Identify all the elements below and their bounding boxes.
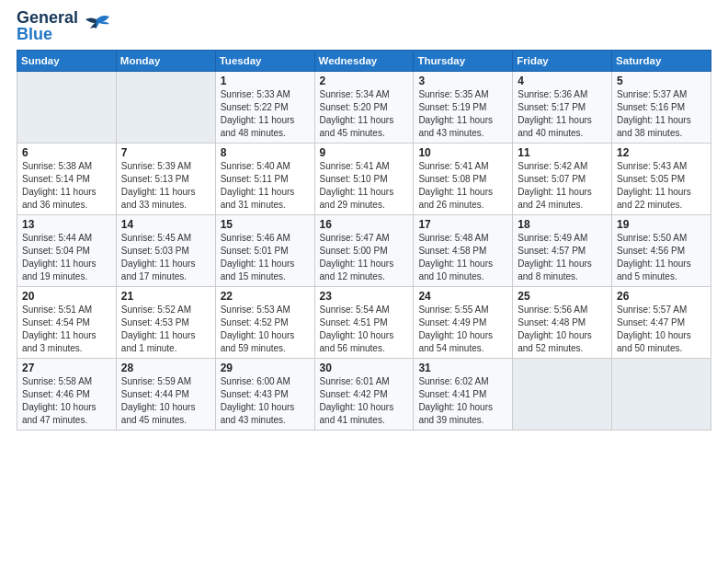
weekday-header-monday: Monday xyxy=(116,51,215,72)
calendar-body: 1Sunrise: 5:33 AM Sunset: 5:22 PM Daylig… xyxy=(17,72,711,431)
day-number: 12 xyxy=(617,146,706,159)
calendar-cell: 27Sunrise: 5:58 AM Sunset: 4:46 PM Dayli… xyxy=(17,359,117,431)
calendar-week-2: 6Sunrise: 5:38 AM Sunset: 5:14 PM Daylig… xyxy=(17,144,711,215)
calendar-cell: 13Sunrise: 5:44 AM Sunset: 5:04 PM Dayli… xyxy=(17,215,117,287)
day-detail: Sunrise: 5:53 AM Sunset: 4:52 PM Dayligh… xyxy=(221,304,310,355)
day-number: 28 xyxy=(121,362,210,374)
day-number: 30 xyxy=(320,362,409,374)
calendar-cell xyxy=(17,72,117,144)
calendar-cell xyxy=(513,359,612,431)
calendar-cell: 8Sunrise: 5:40 AM Sunset: 5:11 PM Daylig… xyxy=(215,144,314,215)
calendar-cell: 15Sunrise: 5:46 AM Sunset: 5:01 PM Dayli… xyxy=(215,215,314,287)
page: General Blue SundayMondayTuesdayWednesda… xyxy=(0,0,728,563)
logo-bird-icon xyxy=(82,12,111,40)
day-detail: Sunrise: 5:33 AM Sunset: 5:22 PM Dayligh… xyxy=(221,88,310,140)
day-detail: Sunrise: 5:47 AM Sunset: 5:00 PM Dayligh… xyxy=(320,232,409,283)
logo-general-text: General xyxy=(17,9,78,26)
day-number: 10 xyxy=(418,146,507,159)
day-number: 11 xyxy=(518,146,607,159)
calendar-cell: 9Sunrise: 5:41 AM Sunset: 5:10 PM Daylig… xyxy=(314,144,414,215)
weekday-header-thursday: Thursday xyxy=(414,51,513,72)
weekday-header-friday: Friday xyxy=(513,51,612,72)
day-number: 29 xyxy=(221,362,310,374)
day-number: 6 xyxy=(22,146,111,159)
day-number: 17 xyxy=(418,218,507,231)
day-detail: Sunrise: 5:35 AM Sunset: 5:19 PM Dayligh… xyxy=(418,88,507,140)
day-number: 7 xyxy=(121,146,210,159)
calendar-cell: 3Sunrise: 5:35 AM Sunset: 5:19 PM Daylig… xyxy=(414,72,513,144)
weekday-header-wednesday: Wednesday xyxy=(314,51,414,72)
day-number: 4 xyxy=(518,75,607,87)
day-detail: Sunrise: 5:45 AM Sunset: 5:03 PM Dayligh… xyxy=(121,232,210,283)
calendar-cell: 22Sunrise: 5:53 AM Sunset: 4:52 PM Dayli… xyxy=(215,287,314,359)
calendar-table: SundayMondayTuesdayWednesdayThursdayFrid… xyxy=(17,50,711,431)
day-number: 31 xyxy=(418,362,507,374)
day-number: 3 xyxy=(418,75,507,87)
calendar-week-3: 13Sunrise: 5:44 AM Sunset: 5:04 PM Dayli… xyxy=(17,215,711,287)
calendar-cell xyxy=(116,72,215,144)
calendar-cell: 11Sunrise: 5:42 AM Sunset: 5:07 PM Dayli… xyxy=(513,144,612,215)
calendar-cell: 18Sunrise: 5:49 AM Sunset: 4:57 PM Dayli… xyxy=(513,215,612,287)
calendar-cell: 30Sunrise: 6:01 AM Sunset: 4:42 PM Dayli… xyxy=(314,359,414,431)
day-number: 21 xyxy=(121,290,210,303)
day-detail: Sunrise: 5:38 AM Sunset: 5:14 PM Dayligh… xyxy=(22,160,111,212)
day-detail: Sunrise: 5:54 AM Sunset: 4:51 PM Dayligh… xyxy=(320,304,409,355)
day-detail: Sunrise: 5:37 AM Sunset: 5:16 PM Dayligh… xyxy=(617,88,706,140)
calendar-cell: 10Sunrise: 5:41 AM Sunset: 5:08 PM Dayli… xyxy=(414,144,513,215)
calendar-cell: 19Sunrise: 5:50 AM Sunset: 4:56 PM Dayli… xyxy=(612,215,711,287)
day-detail: Sunrise: 5:55 AM Sunset: 4:49 PM Dayligh… xyxy=(418,304,507,355)
calendar-cell xyxy=(612,359,711,431)
weekday-header-saturday: Saturday xyxy=(612,51,711,72)
day-number: 20 xyxy=(22,290,111,303)
day-number: 19 xyxy=(617,218,706,231)
day-number: 25 xyxy=(518,290,607,303)
day-detail: Sunrise: 5:59 AM Sunset: 4:44 PM Dayligh… xyxy=(121,375,210,427)
logo-words: General Blue xyxy=(17,9,78,42)
calendar-cell: 7Sunrise: 5:39 AM Sunset: 5:13 PM Daylig… xyxy=(116,144,215,215)
day-detail: Sunrise: 5:43 AM Sunset: 5:05 PM Dayligh… xyxy=(617,160,706,212)
calendar-cell: 5Sunrise: 5:37 AM Sunset: 5:16 PM Daylig… xyxy=(612,72,711,144)
calendar-cell: 31Sunrise: 6:02 AM Sunset: 4:41 PM Dayli… xyxy=(414,359,513,431)
calendar-cell: 24Sunrise: 5:55 AM Sunset: 4:49 PM Dayli… xyxy=(414,287,513,359)
calendar-cell: 6Sunrise: 5:38 AM Sunset: 5:14 PM Daylig… xyxy=(17,144,117,215)
day-number: 24 xyxy=(418,290,507,303)
calendar-cell: 14Sunrise: 5:45 AM Sunset: 5:03 PM Dayli… xyxy=(116,215,215,287)
day-number: 15 xyxy=(221,218,310,231)
day-detail: Sunrise: 5:50 AM Sunset: 4:56 PM Dayligh… xyxy=(617,232,706,283)
day-detail: Sunrise: 5:49 AM Sunset: 4:57 PM Dayligh… xyxy=(518,232,607,283)
weekday-header-row: SundayMondayTuesdayWednesdayThursdayFrid… xyxy=(17,51,711,72)
calendar-week-4: 20Sunrise: 5:51 AM Sunset: 4:54 PM Dayli… xyxy=(17,287,711,359)
logo-blue-text: Blue xyxy=(17,26,78,42)
day-detail: Sunrise: 5:40 AM Sunset: 5:11 PM Dayligh… xyxy=(221,160,310,212)
calendar-cell: 26Sunrise: 5:57 AM Sunset: 4:47 PM Dayli… xyxy=(612,287,711,359)
day-detail: Sunrise: 5:41 AM Sunset: 5:08 PM Dayligh… xyxy=(418,160,507,212)
day-detail: Sunrise: 5:48 AM Sunset: 4:58 PM Dayligh… xyxy=(418,232,507,283)
day-number: 9 xyxy=(320,146,409,159)
day-number: 2 xyxy=(320,75,409,87)
day-detail: Sunrise: 5:51 AM Sunset: 4:54 PM Dayligh… xyxy=(22,304,111,355)
header: General Blue xyxy=(17,9,711,42)
calendar-cell: 4Sunrise: 5:36 AM Sunset: 5:17 PM Daylig… xyxy=(513,72,612,144)
day-number: 1 xyxy=(221,75,310,87)
calendar-week-5: 27Sunrise: 5:58 AM Sunset: 4:46 PM Dayli… xyxy=(17,359,711,431)
day-detail: Sunrise: 5:46 AM Sunset: 5:01 PM Dayligh… xyxy=(221,232,310,283)
weekday-header-tuesday: Tuesday xyxy=(215,51,314,72)
day-detail: Sunrise: 5:34 AM Sunset: 5:20 PM Dayligh… xyxy=(320,88,409,140)
day-detail: Sunrise: 5:58 AM Sunset: 4:46 PM Dayligh… xyxy=(22,375,111,427)
weekday-header-sunday: Sunday xyxy=(17,51,117,72)
calendar-header: SundayMondayTuesdayWednesdayThursdayFrid… xyxy=(17,51,711,72)
logo-container: General Blue xyxy=(17,9,111,42)
day-detail: Sunrise: 5:39 AM Sunset: 5:13 PM Dayligh… xyxy=(121,160,210,212)
day-number: 14 xyxy=(121,218,210,231)
day-number: 26 xyxy=(617,290,706,303)
day-detail: Sunrise: 5:52 AM Sunset: 4:53 PM Dayligh… xyxy=(121,304,210,355)
calendar-cell: 2Sunrise: 5:34 AM Sunset: 5:20 PM Daylig… xyxy=(314,72,414,144)
calendar-cell: 28Sunrise: 5:59 AM Sunset: 4:44 PM Dayli… xyxy=(116,359,215,431)
day-detail: Sunrise: 5:57 AM Sunset: 4:47 PM Dayligh… xyxy=(617,304,706,355)
day-detail: Sunrise: 5:41 AM Sunset: 5:10 PM Dayligh… xyxy=(320,160,409,212)
calendar-cell: 29Sunrise: 6:00 AM Sunset: 4:43 PM Dayli… xyxy=(215,359,314,431)
calendar-cell: 20Sunrise: 5:51 AM Sunset: 4:54 PM Dayli… xyxy=(17,287,117,359)
day-detail: Sunrise: 5:42 AM Sunset: 5:07 PM Dayligh… xyxy=(518,160,607,212)
calendar-week-1: 1Sunrise: 5:33 AM Sunset: 5:22 PM Daylig… xyxy=(17,72,711,144)
day-number: 18 xyxy=(518,218,607,231)
